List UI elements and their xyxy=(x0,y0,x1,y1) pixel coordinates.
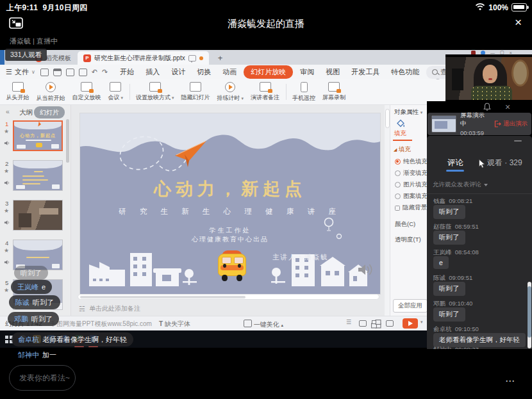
unsaved-dot-icon xyxy=(199,56,203,60)
slide-thumbnail-3[interactable] xyxy=(13,200,63,231)
fill-option-picture[interactable]: 图片填充 xyxy=(395,181,428,189)
caret-down-icon xyxy=(484,184,488,186)
drag-handle[interactable] xyxy=(514,140,522,142)
audio-speaker-icon xyxy=(4,177,10,188)
slide-thumbnail-1[interactable]: 心动力，新起点 xyxy=(13,120,63,151)
missing-font-indicator[interactable]: T 缺失字体 xyxy=(159,320,190,329)
fill-section-header[interactable]: ◢ 填充 xyxy=(394,145,411,154)
slide-title: 心动力，新起点 xyxy=(80,177,380,200)
slide-canvas: 心动力，新起点 研 究 生 新 生 心 理 健 康 讲 座 学生工作处 心理健康… xyxy=(71,105,385,316)
presenter-face xyxy=(483,65,497,83)
tab-document[interactable]: P 研究生新生心理讲座录制版.pptx xyxy=(78,51,209,65)
ribbon-hide-slide[interactable]: 隐藏幻灯片 xyxy=(178,79,213,104)
collapse-panel-icon[interactable]: « xyxy=(6,108,10,115)
vertical-scrollbar[interactable] xyxy=(385,107,390,315)
page-title: 潘焱毓发起的直播 xyxy=(0,18,532,30)
tab-watchers[interactable]: 观看 · 329 xyxy=(487,158,522,168)
reading-view-icon[interactable] xyxy=(386,320,394,327)
comment-bubble: e xyxy=(433,256,449,269)
embedded-audio-speaker-icon[interactable] xyxy=(357,262,374,280)
chat-bubble: 邓鹏听到了 xyxy=(8,312,59,326)
allow-comments-setting[interactable]: 允许观众发表评论 xyxy=(433,181,488,189)
exit-icon xyxy=(494,120,501,127)
fill-option-pattern[interactable]: 图案填充 xyxy=(395,192,428,200)
menu-view[interactable]: 视图 xyxy=(320,65,345,79)
file-menu[interactable]: ☰ 文件 ∨ xyxy=(6,67,35,77)
ribbon-phone-remote[interactable]: 手机遥控 xyxy=(289,79,319,104)
ppt-file-icon: P xyxy=(83,54,91,62)
normal-view-icon[interactable] xyxy=(359,320,367,327)
custom-show-icon xyxy=(81,82,92,92)
new-tab-button[interactable]: + xyxy=(218,53,223,63)
checkbox-icon xyxy=(395,206,400,211)
open-icon[interactable] xyxy=(40,69,49,76)
close-icon[interactable]: × xyxy=(515,15,522,29)
menu-design[interactable]: 设计 xyxy=(165,65,191,79)
tab-slides[interactable]: 幻灯片 xyxy=(34,106,65,118)
save-icon[interactable] xyxy=(53,69,62,76)
fill-option-gradient[interactable]: 渐变填充 xyxy=(395,169,428,177)
ribbon-presenter-notes[interactable]: 演讲者备注 xyxy=(247,79,283,104)
menu-animations[interactable]: 动画 xyxy=(217,65,242,79)
quick-access-toolbar: ↶ ↷ xyxy=(40,68,108,76)
comment-input[interactable] xyxy=(10,366,75,390)
current-slide[interactable]: 心动力，新起点 研 究 生 新 生 心 理 健 康 讲 座 学生工作处 心理健康… xyxy=(80,113,380,294)
meeting-icon xyxy=(110,82,121,92)
clock-date: 上午9:11 9月10日周四 xyxy=(6,3,88,13)
fill-tab[interactable]: 填充 xyxy=(394,119,406,138)
ribbon-from-current[interactable]: 从当前开始 xyxy=(33,79,69,104)
ribbon-custom-show[interactable]: 自定义放映 xyxy=(69,79,104,104)
menu-insert[interactable]: 插入 xyxy=(140,65,165,79)
tab-outline[interactable]: 大纲 xyxy=(19,108,33,117)
more-options-button[interactable]: ⋯ xyxy=(505,375,517,387)
notes-icon: ☵ xyxy=(79,305,85,313)
ribbon-screen-record[interactable]: 屏幕录制 xyxy=(319,79,349,104)
ribbon-meeting[interactable]: 会议▾ xyxy=(104,79,127,104)
clock: 上午9:11 xyxy=(6,3,38,12)
slide-thumb-row-3: 3 ★ xyxy=(0,200,71,236)
tab-comments[interactable]: 评论 xyxy=(447,158,463,168)
fill-option-hide-background[interactable]: 隐藏背景 xyxy=(395,204,427,212)
menu-slideshow-active[interactable]: 幻灯片放映 xyxy=(244,65,293,79)
comments-scrollbar[interactable] xyxy=(528,282,531,348)
menu-transitions[interactable]: 切换 xyxy=(191,65,217,79)
horizontal-scrollbar[interactable] xyxy=(78,294,379,300)
print-icon[interactable] xyxy=(66,69,74,76)
redo-icon[interactable]: ↷ xyxy=(102,68,108,76)
ribbon-setup-show[interactable]: 设置放映方式▾ xyxy=(133,79,178,104)
slide-sorter-icon[interactable] xyxy=(372,320,379,327)
slide-thumbnail-2[interactable] xyxy=(13,160,63,191)
comment-bubble: 听到了 xyxy=(433,282,465,296)
slideshow-play-button[interactable] xyxy=(403,318,418,329)
mouse-cursor xyxy=(478,159,486,172)
comment-composer[interactable] xyxy=(9,365,76,391)
animation-star-icon: ★ xyxy=(4,247,9,254)
viewer-count-badge: 331人观看 xyxy=(5,49,47,61)
ribbon-rehearse-timings[interactable]: 排练计时▾ xyxy=(213,79,247,104)
fill-option-solid[interactable]: 纯色填充 xyxy=(395,158,428,166)
exit-presentation-button[interactable]: 退出演示 xyxy=(494,120,528,128)
beautify-button[interactable]: 一键美化 ▴ xyxy=(244,320,283,329)
menu-home[interactable]: 开始 xyxy=(114,65,140,79)
fill-tab-label: 填充 xyxy=(394,129,406,138)
notes-layout-icon[interactable]: ☰ xyxy=(346,319,354,325)
notes-area[interactable]: ☵ 单击此处添加备注 xyxy=(79,304,140,313)
caret-down-icon: ▾ xyxy=(242,96,244,101)
properties-header[interactable]: 对象属性 ▾ xyxy=(394,108,422,117)
close-panel-icon[interactable]: × xyxy=(505,102,510,112)
menu-devtools[interactable]: 开发工具 xyxy=(345,65,385,79)
menu-special-features[interactable]: 特色功能 xyxy=(385,65,425,79)
preview-icon[interactable] xyxy=(79,69,87,76)
ribbon-from-beginning[interactable]: 从头开始 xyxy=(3,79,33,104)
ribbon-divider xyxy=(286,84,287,100)
presenter-camera-view[interactable] xyxy=(445,54,532,102)
caret-up-icon: ▴ xyxy=(281,323,284,327)
thumbnail-scrollbar[interactable] xyxy=(66,119,69,163)
apply-all-button[interactable]: 全部应用 xyxy=(393,299,428,313)
menu-review[interactable]: 审阅 xyxy=(294,65,320,79)
exit-label: 退出演示 xyxy=(503,120,528,128)
undo-icon[interactable]: ↶ xyxy=(92,68,97,76)
mini-bus xyxy=(36,143,42,147)
active-tab-underline xyxy=(446,170,464,172)
beautify-icon xyxy=(244,320,252,327)
